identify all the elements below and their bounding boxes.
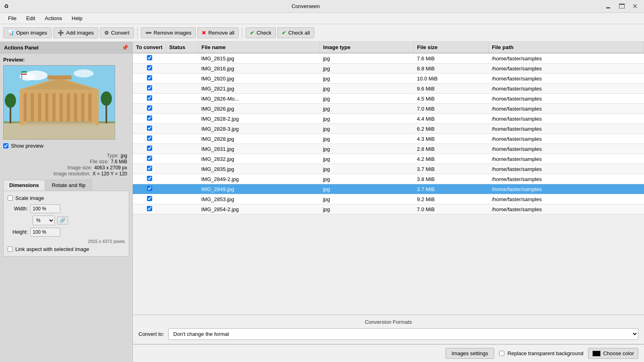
check-all-button[interactable]: ✔ Check all bbox=[277, 27, 314, 38]
show-preview-label[interactable]: Show preview bbox=[11, 143, 43, 149]
scale-image-label[interactable]: Scale image bbox=[15, 195, 44, 201]
svg-rect-28 bbox=[22, 72, 27, 73]
row-type: jpg bbox=[320, 174, 414, 184]
scale-image-checkbox[interactable] bbox=[8, 195, 13, 201]
panel-pin-icon[interactable]: 📌 bbox=[122, 44, 128, 51]
table-row[interactable]: IMG_2821.jpgjpg9.6 MiB/home/faster/sampl… bbox=[133, 84, 644, 94]
menu-help[interactable]: Help bbox=[67, 14, 87, 23]
svg-rect-5 bbox=[4, 123, 115, 140]
table-row[interactable]: IMG_2828-3.jpgjpg6.2 MiB/home/faster/sam… bbox=[133, 124, 644, 134]
row-status bbox=[166, 53, 198, 64]
row-checkbox[interactable] bbox=[147, 75, 152, 80]
link-aspect-button[interactable]: 🔗 bbox=[57, 216, 68, 224]
row-status bbox=[166, 74, 198, 84]
close-button[interactable]: ✕ bbox=[630, 2, 640, 11]
menu-file[interactable]: File bbox=[3, 14, 21, 23]
row-size: 9.6 MiB bbox=[414, 84, 489, 94]
remove-images-button[interactable]: ➖ Remove images bbox=[141, 27, 196, 38]
table-row[interactable]: IMG_2828.jpgjpg4.3 MiB/home/faster/sampl… bbox=[133, 134, 644, 144]
maximize-button[interactable]: 🗖 bbox=[616, 2, 627, 11]
svg-rect-21 bbox=[24, 123, 96, 125]
titlebar: ♻ Converseen 🗕 🗖 ✕ bbox=[0, 0, 644, 13]
row-checkbox[interactable] bbox=[147, 55, 152, 60]
check-icon: ✔ bbox=[250, 30, 254, 36]
height-input[interactable] bbox=[30, 228, 60, 237]
row-checkbox[interactable] bbox=[147, 115, 152, 121]
table-body: IMG_2815.jpgjpg7.6 MiB/home/faster/sampl… bbox=[133, 53, 644, 214]
toolbar-separator bbox=[137, 27, 138, 39]
row-checkbox-cell bbox=[133, 53, 166, 64]
svg-rect-30 bbox=[22, 74, 27, 74]
table-row[interactable]: IMG_2832.jpgjpg4.2 MiB/home/faster/sampl… bbox=[133, 154, 644, 164]
row-size: 7.0 MiB bbox=[414, 104, 489, 114]
link-aspect-checkbox[interactable] bbox=[8, 247, 13, 252]
row-type: jpg bbox=[320, 204, 414, 214]
row-checkbox[interactable] bbox=[147, 176, 152, 181]
row-size: 3.7 MiB bbox=[414, 164, 489, 174]
table-row[interactable]: IMG_2828-2.jpgjpg4.4 MiB/home/faster/sam… bbox=[133, 114, 644, 124]
row-checkbox[interactable] bbox=[147, 166, 152, 171]
images-settings-button[interactable]: Images settings bbox=[446, 348, 494, 359]
row-checkbox[interactable] bbox=[147, 85, 152, 90]
table-row[interactable]: IMG_2815.jpgjpg7.6 MiB/home/faster/sampl… bbox=[133, 53, 644, 64]
menu-actions[interactable]: Actions bbox=[40, 14, 67, 23]
row-checkbox[interactable] bbox=[147, 206, 152, 211]
table-row[interactable]: IMG_2820.jpgjpg10.0 MiB/home/faster/samp… bbox=[133, 74, 644, 84]
open-images-button[interactable]: 📊 Open images bbox=[3, 27, 52, 38]
table-row[interactable]: IMG_2826-Mo...jpg4.5 MiB/home/faster/sam… bbox=[133, 94, 644, 104]
convert-format-select[interactable]: Don't change the format jpg png bmp gif … bbox=[168, 328, 638, 340]
unit-select[interactable]: % px cm in bbox=[33, 216, 55, 225]
resolution-label: Image resolution: bbox=[54, 171, 91, 177]
row-checkbox[interactable] bbox=[147, 186, 152, 191]
height-label: Height: bbox=[8, 229, 28, 235]
app-logo: ♻ bbox=[4, 3, 9, 9]
tab-rotate-flip[interactable]: Rotate and flip bbox=[46, 180, 92, 191]
table-row[interactable]: IMG_2854-2.jpgjpg7.0 MiB/home/faster/sam… bbox=[133, 204, 644, 214]
unit-row: % px cm in 🔗 bbox=[8, 216, 125, 225]
row-filename: IMG_2820.jpg bbox=[198, 74, 320, 84]
panel-title: Actions Panel bbox=[4, 45, 39, 51]
table-row[interactable]: IMG_2835.jpgjpg3.7 MiB/home/faster/sampl… bbox=[133, 164, 644, 174]
replace-bg-label[interactable]: Replace transparent background bbox=[508, 350, 584, 356]
table-row[interactable]: IMG_2831.jpgjpg2.8 MiB/home/faster/sampl… bbox=[133, 144, 644, 154]
row-checkbox[interactable] bbox=[147, 146, 152, 151]
check-all-icon: ✔ bbox=[282, 30, 286, 36]
table-row[interactable]: IMG_2853.jpgjpg9.2 MiB/home/faster/sampl… bbox=[133, 194, 644, 204]
titlebar-controls: 🗕 🗖 ✕ bbox=[603, 2, 640, 11]
add-images-button[interactable]: ➕ Add images bbox=[53, 27, 98, 38]
row-checkbox[interactable] bbox=[147, 196, 152, 201]
row-checkbox-cell bbox=[133, 144, 166, 154]
row-status bbox=[166, 84, 198, 94]
row-status bbox=[166, 184, 198, 194]
width-input[interactable] bbox=[30, 204, 60, 213]
link-aspect-label[interactable]: Link aspect with selected image bbox=[15, 246, 89, 252]
row-checkbox[interactable] bbox=[147, 156, 152, 161]
row-checkbox[interactable] bbox=[147, 125, 152, 131]
choose-color-button[interactable]: Choose color bbox=[588, 348, 638, 359]
show-preview-checkbox[interactable] bbox=[3, 143, 8, 148]
table-row[interactable]: IMG_2849-2.jpgjpg3.8 MiB/home/faster/sam… bbox=[133, 174, 644, 184]
row-checkbox[interactable] bbox=[147, 65, 152, 70]
remove-all-button[interactable]: ✖ Remove all bbox=[197, 27, 239, 38]
minimize-button[interactable]: 🗕 bbox=[603, 2, 614, 11]
table-row[interactable]: IMG_2826.jpgjpg7.0 MiB/home/faster/sampl… bbox=[133, 104, 644, 114]
row-checkbox[interactable] bbox=[147, 95, 152, 101]
row-filename: IMG_2826-Mo... bbox=[198, 94, 320, 104]
replace-bg-checkbox[interactable] bbox=[499, 351, 504, 356]
type-value: jpg bbox=[121, 153, 127, 158]
tab-dimensions[interactable]: Dimensions bbox=[3, 180, 45, 191]
row-filename: IMG_2828-2.jpg bbox=[198, 114, 320, 124]
row-checkbox[interactable] bbox=[147, 105, 152, 111]
convert-to-row: Convert to: Don't change the format jpg … bbox=[138, 328, 638, 340]
table-row[interactable]: IMG_2849.jpgjpg3.7 MiB/home/faster/sampl… bbox=[133, 184, 644, 194]
check-button[interactable]: ✔ Check bbox=[246, 27, 276, 38]
type-label: Type: bbox=[107, 153, 119, 158]
header-filepath: File path bbox=[489, 42, 644, 53]
menu-edit[interactable]: Edit bbox=[21, 14, 40, 23]
row-checkbox[interactable] bbox=[147, 136, 152, 141]
row-size: 7.0 MiB bbox=[414, 204, 489, 214]
svg-rect-29 bbox=[22, 73, 27, 74]
table-row[interactable]: IMG_2816.jpgjpg8.8 MiB/home/faster/sampl… bbox=[133, 64, 644, 74]
convert-button[interactable]: ⚙ Convert bbox=[100, 27, 134, 38]
show-preview-row: Show preview bbox=[3, 143, 129, 149]
